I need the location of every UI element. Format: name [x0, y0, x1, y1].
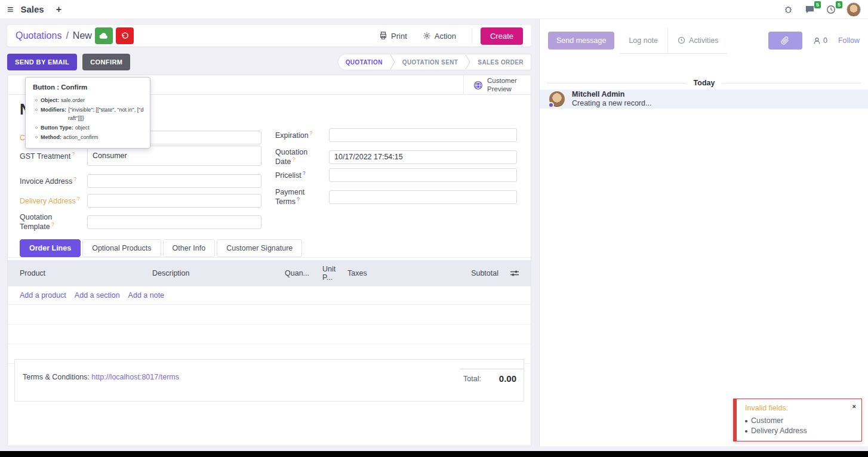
breadcrumb-separator: /: [66, 30, 68, 41]
add-a-product-link[interactable]: Add a product: [20, 291, 66, 299]
totals-section: Terms & Conditions: http://localhost:801…: [14, 359, 524, 402]
paperclip-icon: [781, 36, 789, 45]
clock-icon: [678, 36, 685, 44]
follow-button[interactable]: Follow: [838, 36, 860, 45]
column-quantity[interactable]: Quan...: [285, 269, 322, 277]
printer-icon: [379, 32, 387, 40]
delivery-address-input[interactable]: [87, 194, 261, 208]
field-row-gst-treatment: GST Treatment?: [20, 146, 261, 166]
total-value: 0.00: [499, 373, 516, 384]
chatter-toolbar: Send message Log note Activities 0 Follo…: [540, 27, 868, 54]
activities-label: Activities: [689, 36, 718, 45]
column-subtotal[interactable]: Subtotal: [454, 269, 498, 277]
field-row-quotation-template: Quotation Template?: [20, 213, 261, 231]
payment-terms-label: Payment Terms?: [275, 188, 329, 206]
status-dot: [548, 102, 554, 108]
expiration-input[interactable]: [329, 128, 517, 142]
bottom-black-bar: [0, 451, 868, 457]
invoice-address-input[interactable]: [87, 174, 261, 188]
optional-columns-icon[interactable]: [510, 270, 519, 277]
close-icon[interactable]: ×: [852, 403, 856, 410]
column-unit-price[interactable]: Unit P...: [322, 265, 347, 282]
activities-badge: 5: [836, 1, 842, 9]
terms-link[interactable]: http://localhost:8017/terms: [91, 373, 179, 381]
followers-count: 0: [823, 36, 827, 45]
status-step-quotation[interactable]: QUOTATION: [338, 59, 390, 66]
order-lines-actions: Add a product Add a section Add a note: [8, 286, 531, 305]
tooltip-title: Button : Confirm: [26, 78, 150, 96]
order-lines-header: Product Description Quan... Unit P... Ta…: [8, 260, 531, 286]
field-row-payment-terms: Payment Terms?: [275, 188, 517, 206]
activities-clock-icon[interactable]: 5: [825, 4, 837, 16]
add-a-note-link[interactable]: Add a note: [128, 291, 164, 299]
add-a-section-link[interactable]: Add a section: [75, 291, 120, 299]
column-taxes[interactable]: Taxes: [347, 269, 454, 277]
send-message-button[interactable]: Send message: [548, 32, 614, 50]
followers-counter[interactable]: 0: [813, 36, 827, 45]
bullet-icon: [35, 136, 38, 138]
tooltip-row: Object:sale.order: [26, 96, 150, 106]
notebook-tabs: Order Lines Optional Products Other Info…: [20, 239, 304, 257]
invalid-field-delivery-address: Delivery Address: [751, 427, 807, 435]
pricelist-input[interactable]: [329, 168, 517, 182]
quotation-date-input[interactable]: [329, 150, 517, 164]
field-row-pricelist: Pricelist?: [275, 168, 517, 182]
column-product[interactable]: Product: [20, 269, 152, 277]
status-step-sales-order[interactable]: SALES ORDER: [470, 59, 531, 66]
field-row-delivery-address: Delivery Address?: [20, 194, 261, 208]
status-step-quotation-sent[interactable]: QUOTATION SENT: [395, 59, 466, 66]
tooltip-row: Modifiers:{"invisible": [["state", "not …: [26, 106, 150, 123]
gear-icon: [423, 32, 431, 40]
payment-terms-input[interactable]: [329, 190, 517, 204]
new-tab-button[interactable]: +: [56, 4, 61, 15]
app-menu-sales[interactable]: Sales: [21, 4, 44, 14]
invalid-field-customer: Customer: [751, 416, 783, 425]
action-menu[interactable]: Action: [423, 32, 456, 41]
gst-treatment-label: GST Treatment?: [20, 151, 87, 160]
empty-table-row: [8, 325, 531, 344]
messages-icon[interactable]: 5: [804, 4, 815, 16]
save-button[interactable]: [95, 27, 113, 44]
log-note-tab[interactable]: Log note: [619, 27, 667, 53]
activities-tab[interactable]: Activities: [667, 27, 728, 53]
user-avatar[interactable]: [847, 2, 861, 17]
odoo-sales-screen: ≡ Sales + 5 5 Quotations / New: [0, 0, 868, 457]
debug-bug-icon[interactable]: [782, 4, 794, 16]
top-navbar: ≡ Sales + 5 5: [0, 0, 868, 19]
create-button[interactable]: Create: [481, 27, 523, 45]
statusbar: QUOTATION QUOTATION SENT SALES ORDER: [338, 54, 531, 70]
action-label: Action: [435, 32, 456, 41]
tab-other-info[interactable]: Other Info: [163, 239, 216, 257]
send-by-email-button[interactable]: SEND BY EMAIL: [7, 54, 77, 70]
discard-button[interactable]: [116, 27, 134, 44]
date-divider-label: Today: [694, 79, 715, 87]
terms-and-conditions: Terms & Conditions: http://localhost:801…: [23, 373, 179, 381]
message-text: Creating a new record...: [572, 99, 651, 108]
customer-preview-label: Customer Preview: [487, 77, 523, 92]
column-description[interactable]: Description: [152, 269, 285, 277]
tab-customer-signature[interactable]: Customer Signature: [217, 239, 302, 257]
debug-tooltip: Button : Confirm Object:sale.order Modif…: [25, 77, 150, 149]
print-menu[interactable]: Print: [379, 32, 407, 41]
chatter-panel: Send message Log note Activities 0 Follo…: [539, 19, 868, 446]
confirm-button[interactable]: CONFIRM: [82, 54, 130, 70]
cloud-save-icon: [99, 32, 109, 39]
chatter-tabs: Log note Activities: [619, 27, 728, 54]
breadcrumb-quotations[interactable]: Quotations: [16, 30, 61, 41]
delivery-address-label: Delivery Address?: [20, 196, 87, 205]
bullet-icon: [35, 109, 38, 111]
tab-order-lines[interactable]: Order Lines: [20, 239, 81, 257]
quotation-template-input[interactable]: [87, 215, 261, 229]
control-panel: Quotations / New Print Action Create: [7, 25, 531, 47]
tab-optional-products[interactable]: Optional Products: [82, 239, 161, 257]
hamburger-menu-icon[interactable]: ≡: [7, 4, 14, 15]
chatter-message[interactable]: Mitchell Admin Creating a new record...: [540, 89, 868, 109]
date-divider: Today: [547, 79, 861, 87]
attach-files-button[interactable]: [768, 32, 802, 50]
undo-icon: [121, 32, 128, 40]
globe-icon: [473, 81, 483, 90]
form-header-row: SEND BY EMAIL CONFIRM QUOTATION QUOTATIO…: [7, 54, 531, 70]
quotation-template-label: Quotation Template?: [20, 213, 87, 231]
gst-treatment-select[interactable]: [87, 146, 261, 166]
customer-preview-button[interactable]: Customer Preview: [463, 75, 531, 95]
